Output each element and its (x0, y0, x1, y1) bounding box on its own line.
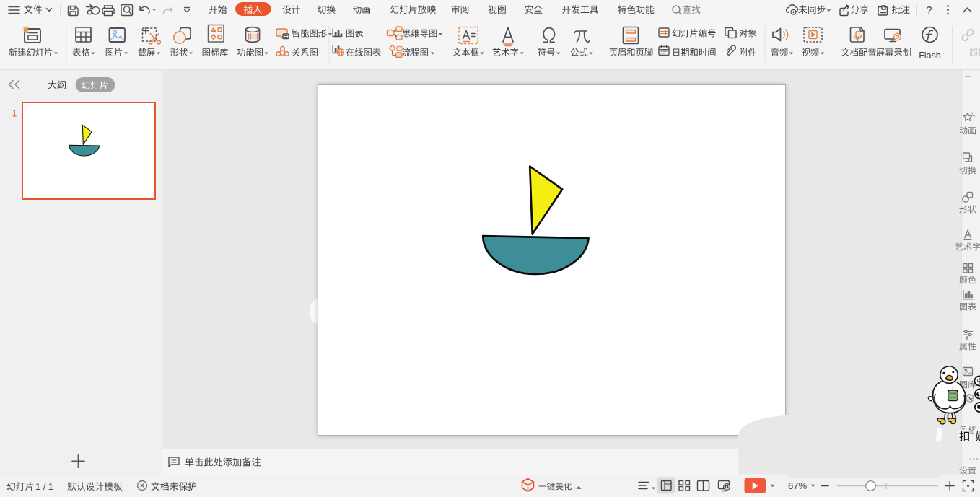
svg-text:1 / 1: 1 / 1 (35, 481, 53, 492)
svg-text:Flash: Flash (919, 50, 941, 61)
svg-text:67%: 67% (788, 480, 807, 491)
svg-text:?: ? (926, 4, 932, 16)
